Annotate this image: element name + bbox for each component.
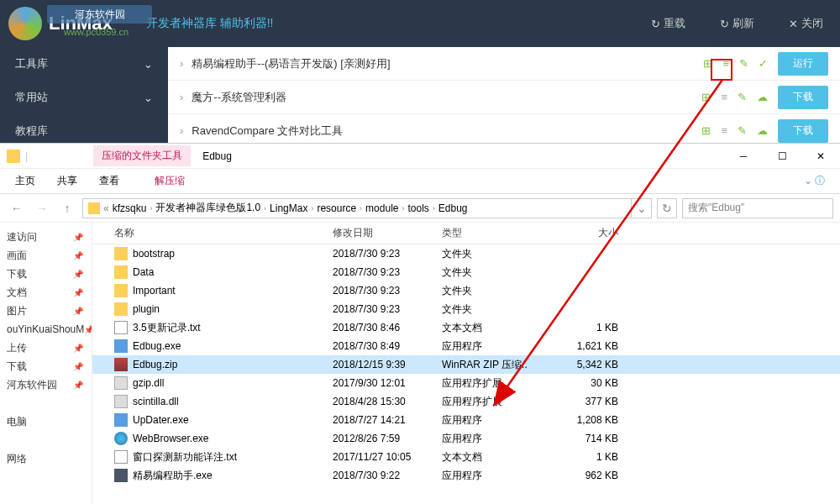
action-button[interactable]: 下载 <box>778 119 828 143</box>
file-row[interactable]: plugin 2018/7/30 9:23 文件夹 <box>92 300 840 318</box>
file-size: 1 KB <box>551 451 635 463</box>
check-icon[interactable]: ☁ <box>757 124 768 137</box>
breadcrumb-item[interactable]: resource <box>317 202 356 214</box>
nav-item[interactable]: 文档📌 <box>0 283 92 302</box>
refresh-icon: ↻ <box>720 18 729 30</box>
stack-icon[interactable]: ≡ <box>722 57 729 70</box>
close-button[interactable]: ✕关闭 <box>771 0 840 47</box>
nav-item[interactable]: 速访问📌 <box>0 228 92 246</box>
file-row[interactable]: UpDater.exe 2018/7/27 14:21 应用程序 1,208 K… <box>92 411 840 429</box>
file-row[interactable]: 精易编程助手.exe 2018/7/30 9:22 应用程序 962 KB <box>92 466 840 485</box>
pin-icon: 📌 <box>84 325 92 334</box>
up-button[interactable]: ↑ <box>57 198 77 218</box>
dll-icon <box>114 395 128 408</box>
nav-item[interactable] <box>0 394 92 412</box>
check-icon[interactable]: ✓ <box>759 57 768 70</box>
ribbon-home[interactable]: 主页 <box>15 174 35 188</box>
file-row[interactable]: Data 2018/7/30 9:23 文件夹 <box>92 263 840 281</box>
grid-icon[interactable]: ⊞ <box>701 91 711 103</box>
grid-icon[interactable]: ⊞ <box>701 124 711 137</box>
search-input[interactable]: 搜索"Edbug" <box>682 198 833 218</box>
edit-icon[interactable]: ✎ <box>738 124 747 137</box>
stack-icon[interactable]: ≡ <box>721 91 727 103</box>
nav-item[interactable]: 下载📌 <box>0 357 92 375</box>
nav-item[interactable]: 网络 <box>0 449 92 468</box>
ribbon-view[interactable]: 查看 <box>99 174 119 188</box>
col-type[interactable]: 类型 <box>442 226 551 240</box>
file-type: 文件夹 <box>442 302 551 317</box>
forward-button[interactable]: → <box>32 198 52 218</box>
breadcrumb-item[interactable]: 开发者神器库绿色版1.0 <box>155 201 260 215</box>
ribbon-extract[interactable]: 解压缩 <box>155 174 185 188</box>
chevron-right-icon: › <box>180 57 183 70</box>
file-row[interactable]: Edbug.exe 2018/7/30 8:49 应用程序 1,621 KB <box>92 337 840 355</box>
explorer-body: 速访问📌画面📌下载📌文档📌图片📌ouYinKuaiShouM📌上传📌下载📌河东软… <box>0 223 840 504</box>
col-size[interactable]: 大小 <box>551 226 635 240</box>
chevron-right-icon: › <box>433 204 435 213</box>
sidebar-item-tools[interactable]: 工具库⌄ <box>0 47 168 81</box>
breadcrumb-item[interactable]: LingMax <box>270 202 307 214</box>
tool-row[interactable]: › 精易编程助手--(易语言开发版) [亲测好用] ⊞ ≡ ✎ ✓ 运行 <box>168 47 840 81</box>
file-date: 2017/9/30 12:01 <box>333 377 442 389</box>
pin-icon: 📌 <box>73 344 83 353</box>
back-button[interactable]: ← <box>7 198 27 218</box>
action-button[interactable]: 下载 <box>778 86 828 109</box>
nav-item[interactable]: 电脑 <box>0 412 92 431</box>
breadcrumb-item[interactable]: kfzsqku <box>113 202 147 214</box>
folder-icon <box>114 247 128 260</box>
nav-item[interactable]: 图片📌 <box>0 302 92 320</box>
nav-item[interactable]: ouYinKuaiShouM📌 <box>0 320 92 339</box>
breadcrumb-item[interactable]: tools <box>407 202 428 214</box>
chevron-right-icon: › <box>402 204 404 213</box>
pin-icon: 📌 <box>73 233 83 242</box>
file-row[interactable]: gzip.dll 2017/9/30 12:01 应用程序扩展 30 KB <box>92 374 840 392</box>
exe-icon <box>114 413 128 427</box>
chevron-down-icon: ⌄ <box>144 58 153 71</box>
breadcrumb-item[interactable]: module <box>365 202 398 214</box>
file-row[interactable]: WebBrowser.exe 2012/8/26 7:59 应用程序 714 K… <box>92 429 840 448</box>
f-icon <box>114 469 128 482</box>
col-name[interactable]: 名称 <box>114 226 333 240</box>
nav-item[interactable]: 上传📌 <box>0 339 92 357</box>
refresh-button[interactable]: ↻刷新 <box>702 0 771 47</box>
refresh-path-button[interactable]: ↻ <box>657 198 677 218</box>
tool-title: RavendCompare 文件对比工具 <box>192 123 701 139</box>
edit-icon[interactable]: ✎ <box>738 91 747 103</box>
maximize-button[interactable]: ☐ <box>763 144 801 169</box>
nav-item[interactable]: 下载📌 <box>0 265 92 283</box>
file-row[interactable]: Important 2018/7/30 9:23 文件夹 <box>92 281 840 300</box>
path-dropdown-icon[interactable]: ⌄ <box>632 198 652 218</box>
file-row[interactable]: scintilla.dll 2018/4/28 15:30 应用程序扩展 377… <box>92 392 840 411</box>
watermark: 河东软件园 <box>47 5 152 24</box>
sidebar-item-sites[interactable]: 常用站⌄ <box>0 81 168 114</box>
col-date[interactable]: 修改日期 <box>333 226 442 240</box>
close-window-button[interactable]: ✕ <box>801 144 840 169</box>
file-size: 714 KB <box>551 433 635 444</box>
ribbon-share[interactable]: 共享 <box>57 174 77 188</box>
file-row[interactable]: Edbug.zip 2018/12/15 9:39 WinRAR ZIP 压缩.… <box>92 355 840 374</box>
stack-icon[interactable]: ≡ <box>721 124 727 137</box>
site-url: www.pc0359.cn <box>64 27 129 37</box>
txt-icon <box>114 450 128 464</box>
ribbon-expand-icon[interactable]: ⌄ ⓘ <box>804 174 825 188</box>
nav-item[interactable] <box>0 431 92 449</box>
grid-icon[interactable]: ⊞ <box>703 57 712 70</box>
tool-row[interactable]: › 魔方--系统管理利器 ⊞ ≡ ✎ ☁ 下载 <box>168 81 840 114</box>
reload-button[interactable]: ↻重载 <box>633 0 702 47</box>
file-row[interactable]: 3.5更新记录.txt 2018/7/30 8:46 文本文档 1 KB <box>92 318 840 337</box>
nav-item[interactable]: 河东软件园📌 <box>0 375 92 394</box>
explorer-sidebar: 速访问📌画面📌下载📌文档📌图片📌ouYinKuaiShouM📌上传📌下载📌河东软… <box>0 223 92 504</box>
nav-item[interactable]: 画面📌 <box>0 246 92 265</box>
file-row[interactable]: 窗口探测新功能详注.txt 2017/11/27 10:05 文本文档 1 KB <box>92 448 840 466</box>
check-icon[interactable]: ☁ <box>757 91 768 103</box>
folder-icon <box>88 202 100 214</box>
file-row[interactable]: bootstrap 2018/7/30 9:23 文件夹 <box>92 244 840 263</box>
compressed-tools-tab[interactable]: 压缩的文件夹工具 <box>93 145 191 166</box>
breadcrumb-item[interactable]: Edbug <box>438 202 468 214</box>
minimize-button[interactable]: ─ <box>724 144 763 169</box>
edit-icon[interactable]: ✎ <box>739 57 748 70</box>
file-date: 2018/7/30 8:46 <box>333 322 442 333</box>
breadcrumb-path[interactable]: « kfzsqku›开发者神器库绿色版1.0›LingMax›resource›… <box>82 198 632 218</box>
action-button[interactable]: 运行 <box>778 52 828 76</box>
file-list: 名称 修改日期 类型 大小 bootstrap 2018/7/30 9:23 文… <box>92 223 840 504</box>
